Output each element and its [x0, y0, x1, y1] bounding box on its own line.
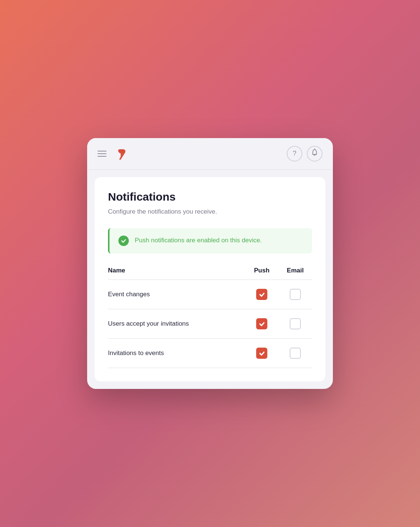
hamburger-menu-icon[interactable] [98, 151, 106, 157]
table-row: Invitations to events [108, 339, 312, 368]
bell-icon [311, 148, 318, 159]
notifications-table: Name Push Email Event changes [108, 267, 312, 368]
row-label: Invitations to events [108, 349, 245, 358]
notifications-bell-button[interactable] [307, 146, 322, 162]
accept-invitations-push-checkbox[interactable] [256, 318, 267, 329]
row-label: Event changes [108, 290, 245, 299]
event-changes-push-checkbox[interactable] [256, 289, 267, 300]
app-window: ? Notifications Configure the notificati… [87, 138, 333, 389]
question-icon: ? [293, 150, 296, 157]
push-enabled-alert: Push notifications are enabled on this d… [108, 228, 312, 253]
accept-invitations-email-checkbox[interactable] [290, 318, 301, 329]
check-circle-icon [118, 236, 129, 246]
column-push-header: Push [245, 267, 279, 274]
alert-message: Push notifications are enabled on this d… [135, 236, 262, 245]
main-content: Notifications Configure the notification… [95, 177, 325, 382]
page-title: Notifications [108, 191, 312, 203]
header: ? [87, 138, 333, 170]
app-logo [112, 146, 129, 162]
header-right: ? [287, 146, 322, 162]
invitations-events-email-cell [279, 348, 312, 359]
help-button[interactable]: ? [287, 146, 302, 162]
column-email-header: Email [279, 267, 312, 274]
table-row: Users accept your invitations [108, 309, 312, 339]
accept-invitations-push-cell [245, 318, 279, 329]
invitations-events-push-checkbox[interactable] [256, 348, 267, 359]
column-name-header: Name [108, 267, 245, 274]
invitations-events-push-cell [245, 348, 279, 359]
accept-invitations-email-cell [279, 318, 312, 329]
event-changes-email-checkbox[interactable] [290, 289, 301, 300]
header-left [98, 146, 129, 162]
invitations-events-email-checkbox[interactable] [290, 348, 301, 359]
event-changes-push-cell [245, 289, 279, 300]
table-row: Event changes [108, 280, 312, 309]
event-changes-email-cell [279, 289, 312, 300]
row-label: Users accept your invitations [108, 319, 245, 328]
page-subtitle: Configure the notifications you receive. [108, 207, 312, 217]
table-header: Name Push Email [108, 267, 312, 280]
